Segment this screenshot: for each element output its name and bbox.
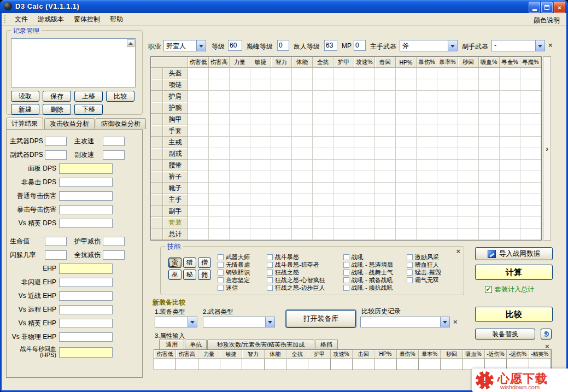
equip-cell[interactable]: [500, 137, 520, 148]
equip-cell[interactable]: [500, 79, 520, 91]
equip-cell[interactable]: [354, 102, 375, 114]
chevron-down-icon[interactable]: [535, 40, 544, 51]
equip-cell[interactable]: [437, 91, 458, 102]
equip-cell[interactable]: [292, 68, 313, 79]
equip-cell[interactable]: [209, 171, 230, 183]
equip-cell[interactable]: [479, 148, 500, 160]
equip-cell[interactable]: [313, 148, 333, 160]
row-selector[interactable]: [151, 91, 163, 102]
expand-panel-button[interactable]: ›: [543, 56, 551, 241]
row-selector[interactable]: [151, 114, 163, 125]
chevron-down-icon[interactable]: [196, 40, 206, 51]
equip-cell[interactable]: [375, 217, 396, 229]
equip-cell[interactable]: [520, 102, 541, 114]
equip-cell[interactable]: [271, 229, 292, 240]
equip-cell[interactable]: [188, 229, 209, 240]
tab-秒攻次数/元素伤害/精英伤害加成[interactable]: 秒攻次数/元素伤害/精英伤害加成: [207, 340, 314, 349]
equip-cell[interactable]: [209, 125, 230, 137]
checkbox-icon[interactable]: [407, 262, 413, 268]
menu-item-窗体控制[interactable]: 窗体控制: [69, 13, 105, 26]
equip-cell[interactable]: [396, 114, 417, 125]
chevron-down-icon[interactable]: [265, 317, 274, 327]
row-selector[interactable]: [151, 79, 163, 91]
equip-cell[interactable]: [209, 68, 230, 79]
equip-cell[interactable]: [333, 79, 354, 91]
equip-cell[interactable]: [354, 194, 375, 206]
equip-cell[interactable]: [188, 148, 209, 160]
equip-cell[interactable]: [313, 102, 333, 114]
listbox-scroll-up-icon[interactable]: [127, 39, 134, 47]
tab-单抗[interactable]: 单抗: [185, 340, 207, 349]
equip-cell[interactable]: [333, 125, 354, 137]
stat-field[interactable]: [45, 237, 67, 246]
record-button-上移[interactable]: 上移: [74, 91, 103, 102]
equip-cell[interactable]: [333, 206, 354, 217]
equip-cell[interactable]: [375, 102, 396, 114]
equip-cell[interactable]: [458, 148, 479, 160]
equip-cell[interactable]: [271, 160, 292, 171]
equip-cell[interactable]: [188, 68, 209, 79]
equip-cell[interactable]: [396, 183, 417, 194]
equip-cell[interactable]: [458, 79, 479, 91]
enemy-level-input[interactable]: [324, 40, 337, 51]
equip-cell[interactable]: [500, 102, 520, 114]
equip-cell[interactable]: [396, 79, 417, 91]
equip-cell[interactable]: [292, 217, 313, 229]
checkbox-icon[interactable]: [218, 262, 224, 268]
checkbox-icon[interactable]: [343, 270, 349, 276]
equip-cell[interactable]: [375, 91, 396, 102]
equip-cell[interactable]: [333, 229, 354, 240]
equip-cell[interactable]: [458, 160, 479, 171]
equip-cell[interactable]: [292, 194, 313, 206]
equip-cell[interactable]: [520, 171, 541, 183]
equip-cell[interactable]: [396, 217, 417, 229]
tab-攻击收益分析[interactable]: 攻击收益分析: [44, 118, 95, 129]
equip-cell[interactable]: [479, 91, 500, 102]
equip-cell[interactable]: [458, 206, 479, 217]
equip-cell[interactable]: [479, 79, 500, 91]
attr-input-cell[interactable]: [529, 359, 551, 370]
record-button-保存[interactable]: 保存: [43, 91, 71, 102]
equip-cell[interactable]: [396, 229, 417, 240]
skill-checkbox-item[interactable]: 迷信: [218, 285, 250, 291]
equip-cell[interactable]: [271, 114, 292, 125]
equip-cell[interactable]: [437, 206, 458, 217]
equip-cell[interactable]: [230, 171, 250, 183]
tab-计算结果[interactable]: 计算结果: [6, 118, 43, 129]
checkbox-icon[interactable]: [407, 254, 413, 260]
equip-cell[interactable]: [271, 68, 292, 79]
equip-cell[interactable]: [479, 229, 500, 240]
stat-field[interactable]: [59, 205, 113, 214]
equip-cell[interactable]: [520, 91, 541, 102]
weapon-type-select[interactable]: [203, 317, 275, 327]
equip-cell[interactable]: [500, 91, 520, 102]
equip-cell[interactable]: [292, 125, 313, 137]
equip-cell[interactable]: [437, 183, 458, 194]
equip-cell[interactable]: [520, 194, 541, 206]
attr-input-cell[interactable]: [419, 359, 441, 370]
equip-cell[interactable]: [209, 229, 230, 240]
stat-field[interactable]: [59, 264, 113, 274]
equip-cell[interactable]: [333, 171, 354, 183]
equip-cell[interactable]: [375, 206, 396, 217]
equip-cell[interactable]: [250, 229, 271, 240]
level-input[interactable]: [228, 40, 242, 51]
attr-input-cell[interactable]: [265, 359, 286, 370]
equip-cell[interactable]: [271, 217, 292, 229]
skill-checkbox-item[interactable]: 狂战之怒: [267, 270, 325, 276]
equip-cell[interactable]: [313, 137, 333, 148]
row-selector[interactable]: [151, 217, 163, 229]
equip-cell[interactable]: [396, 91, 417, 102]
equip-cell[interactable]: [417, 171, 437, 183]
equip-cell[interactable]: [271, 194, 292, 206]
equip-cell[interactable]: [458, 68, 479, 79]
equip-cell[interactable]: [250, 160, 271, 171]
attr-input-cell[interactable]: [220, 359, 242, 370]
chevron-down-icon[interactable]: [448, 40, 457, 51]
equip-cell[interactable]: [479, 137, 500, 148]
checkbox-checked-icon[interactable]: ✓: [485, 286, 492, 293]
equip-cell[interactable]: [479, 160, 500, 171]
checkbox-icon[interactable]: [267, 270, 273, 276]
mainhand-select[interactable]: 斧: [400, 40, 458, 51]
equip-cell[interactable]: [271, 102, 292, 114]
